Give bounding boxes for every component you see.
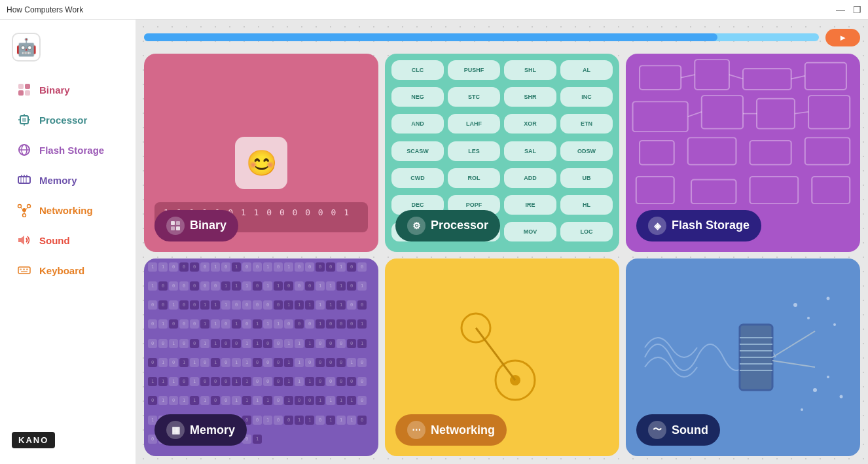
svg-rect-50	[750, 177, 799, 204]
memory-cell: 0	[253, 358, 262, 367]
card-processor[interactable]: CLC PUSHF SHL AL NEG STC SHR INC AND LAH…	[385, 54, 619, 252]
memory-cell: 0	[316, 416, 325, 425]
binary-icon	[17, 82, 31, 97]
memory-cell: 0	[274, 416, 283, 425]
memory-cell: 1	[232, 262, 241, 272]
memory-cell: 0	[305, 358, 314, 367]
memory-cell: 0	[253, 377, 262, 386]
memory-cell: 1	[347, 358, 356, 367]
memory-cell: 1	[326, 396, 335, 405]
memory-cell: 0	[347, 300, 356, 310]
sidebar-item-keyboard[interactable]: Keyboard	[5, 257, 130, 284]
chip-9: LAHF	[448, 114, 500, 134]
svg-point-22	[27, 205, 31, 208]
sidebar-item-sound[interactable]: Sound	[5, 226, 130, 254]
memory-cell: 1	[263, 262, 272, 272]
memory-cell: 1	[284, 396, 293, 405]
svg-rect-0	[18, 84, 24, 89]
sidebar-item-binary[interactable]: Binary	[5, 76, 130, 103]
continue-button[interactable]: ►	[825, 29, 860, 46]
app-body: 🤖 Binary Processor Flash Storage Memory	[0, 20, 868, 464]
binary-card-icon	[166, 217, 185, 235]
memory-cell: 1	[263, 396, 272, 405]
memory-cell: 0	[221, 396, 230, 405]
progress-bar	[144, 33, 819, 41]
svg-rect-51	[812, 177, 850, 204]
memory-cell: 0	[316, 262, 325, 272]
chip-2: SHL	[504, 60, 556, 80]
memory-cell: 0	[357, 300, 367, 310]
memory-cell: 1	[179, 396, 189, 405]
memory-cell: 0	[148, 319, 157, 329]
flash-icon	[17, 143, 31, 157]
memory-cell: 0	[179, 262, 189, 272]
memory-cell: 1	[336, 396, 346, 405]
memory-cell: 0	[263, 339, 272, 348]
svg-rect-41	[702, 96, 743, 128]
binary-emoji: 😊	[235, 137, 287, 189]
memory-cell: 0	[305, 262, 314, 272]
memory-cell: 1	[295, 300, 304, 310]
memory-cell: 0	[336, 358, 346, 367]
svg-rect-49	[691, 180, 736, 204]
memory-cell: 0	[316, 339, 325, 348]
chip-27: LOC	[560, 222, 613, 241]
memory-title: Memory	[190, 423, 235, 437]
memory-cell: 1	[190, 396, 199, 405]
memory-cell: 0	[221, 377, 230, 386]
memory-cell: 1	[190, 358, 199, 367]
maximize-button[interactable]: ❐	[853, 5, 861, 15]
memory-cell: 1	[148, 377, 157, 386]
memory-cell: 1	[242, 339, 251, 348]
svg-point-75	[813, 388, 817, 392]
memory-cell: 1	[284, 262, 293, 272]
card-sound[interactable]: 〜 Sound	[626, 259, 860, 457]
sidebar-item-networking[interactable]: Networking	[5, 196, 130, 224]
sidebar-item-processor[interactable]: Processor	[5, 106, 130, 134]
svg-point-72	[807, 317, 810, 319]
chip-19: UB	[560, 168, 613, 188]
svg-line-55	[688, 112, 702, 116]
flash-label: Flash Storage	[39, 145, 104, 156]
memory-cell: 0	[316, 377, 325, 386]
card-flash[interactable]: ◈ Flash Storage	[626, 54, 860, 252]
memory-cell: 0	[190, 319, 199, 329]
svg-line-53	[729, 75, 743, 79]
sound-card-icon: 〜	[648, 421, 666, 439]
networking-card-icon: ⋯	[407, 421, 425, 439]
memory-cell: 1	[200, 339, 209, 348]
chip-10: XOR	[504, 114, 556, 134]
networking-label: Networking	[39, 205, 93, 216]
memory-cell: 1	[253, 435, 262, 444]
svg-rect-38	[743, 69, 791, 90]
memory-cell: 0	[347, 262, 356, 272]
memory-cell: 1	[169, 300, 178, 310]
card-memory[interactable]: 1100001010010100001001000000111011000111…	[144, 259, 378, 457]
svg-rect-28	[20, 269, 22, 271]
minimize-button[interactable]: —	[836, 5, 845, 15]
memory-cell: 0	[326, 377, 335, 386]
chip-5: STC	[448, 87, 500, 107]
sidebar-item-flash[interactable]: Flash Storage	[5, 136, 130, 164]
memory-cell: 0	[347, 339, 356, 348]
memory-cell: 1	[221, 281, 230, 291]
memory-cell: 1	[169, 339, 178, 348]
chip-26: MOV	[504, 222, 556, 241]
svg-point-71	[793, 303, 797, 307]
svg-point-23	[23, 214, 26, 217]
card-binary[interactable]: 😊 1 1 1 1 1 0 1 1 0 0 0 0 0 0 1 0 1 Bina…	[144, 54, 378, 252]
top-bar: ►	[144, 27, 860, 47]
memory-cell: 1	[326, 416, 335, 425]
card-networking[interactable]: ⋯ Networking	[385, 259, 619, 457]
memory-cell: 1	[316, 300, 325, 310]
memory-cell: 1	[158, 262, 168, 272]
memory-cell: 0	[190, 300, 199, 310]
svg-rect-29	[23, 269, 25, 271]
chip-16: CWD	[391, 168, 444, 188]
memory-cell: 0	[284, 319, 293, 329]
memory-cell: 0	[326, 319, 335, 329]
memory-cell: 1	[263, 416, 272, 425]
sidebar-item-memory[interactable]: Memory	[5, 166, 130, 194]
memory-cell: 1	[158, 377, 168, 386]
memory-cell: 0	[347, 281, 356, 291]
